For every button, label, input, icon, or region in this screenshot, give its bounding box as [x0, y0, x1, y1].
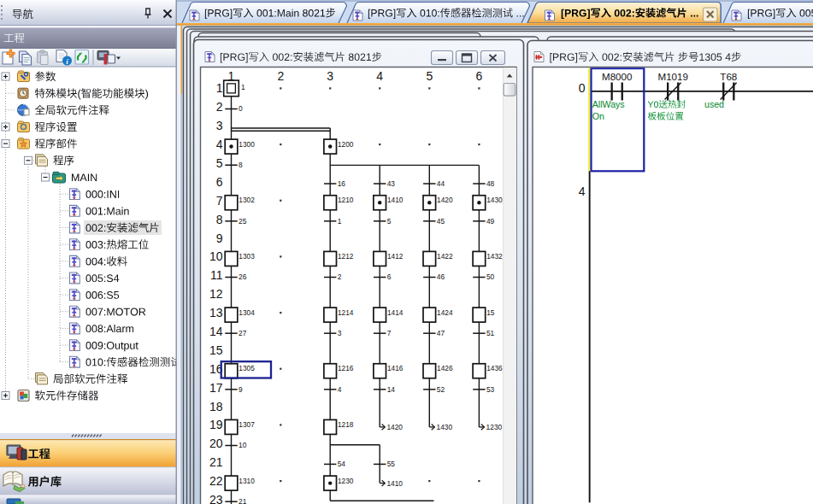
svg-text:AllWays: AllWays	[592, 99, 625, 109]
svg-text:48: 48	[486, 179, 495, 188]
svg-text:4: 4	[216, 138, 223, 151]
svg-text:52: 52	[437, 385, 445, 394]
svg-text:22: 22	[209, 474, 223, 488]
svg-text:44: 44	[437, 179, 445, 188]
svg-text:1430: 1430	[437, 423, 453, 431]
svg-text:21: 21	[239, 497, 247, 504]
svg-text:1230: 1230	[486, 423, 503, 431]
svg-text:1: 1	[338, 217, 342, 226]
svg-text:0: 0	[579, 81, 586, 95]
svg-text:1420: 1420	[437, 196, 453, 204]
svg-text:1307: 1307	[239, 420, 255, 429]
svg-text:5: 5	[387, 217, 392, 226]
svg-text:3: 3	[338, 329, 342, 337]
svg-text:10: 10	[239, 441, 247, 449]
svg-text:27: 27	[239, 329, 247, 337]
svg-text:10: 10	[209, 249, 223, 263]
svg-text:4: 4	[579, 185, 586, 198]
svg-text:50: 50	[486, 273, 495, 281]
svg-text:19: 19	[209, 418, 223, 431]
svg-text:55: 55	[387, 460, 396, 468]
svg-text:1210: 1210	[338, 196, 354, 204]
svg-text:1310: 1310	[239, 477, 255, 485]
svg-text:11: 11	[210, 268, 223, 282]
svg-text:6: 6	[387, 273, 392, 281]
svg-text:1304: 1304	[239, 308, 255, 317]
svg-text:9: 9	[216, 231, 223, 245]
svg-text:4: 4	[376, 69, 383, 83]
svg-text:1432: 1432	[486, 252, 503, 261]
svg-text:1430: 1430	[486, 196, 503, 204]
svg-text:18: 18	[209, 400, 223, 413]
svg-text:7: 7	[216, 194, 223, 208]
svg-text:45: 45	[437, 217, 445, 226]
svg-text:49: 49	[486, 217, 495, 226]
svg-text:1422: 1422	[437, 252, 453, 261]
svg-text:3: 3	[327, 69, 333, 83]
svg-text:54: 54	[338, 460, 346, 468]
svg-text:1414: 1414	[387, 308, 404, 317]
svg-text:8: 8	[239, 161, 243, 169]
svg-text:25: 25	[239, 217, 247, 226]
svg-text:M1019: M1019	[657, 71, 687, 82]
svg-text:1: 1	[216, 81, 223, 95]
svg-text:15: 15	[486, 308, 495, 317]
svg-text:1300: 1300	[239, 140, 255, 149]
svg-text:20: 20	[209, 437, 223, 450]
svg-text:1303: 1303	[239, 252, 255, 261]
svg-text:1305: 1305	[239, 364, 255, 372]
svg-text:6: 6	[216, 175, 223, 189]
svg-text:1420: 1420	[386, 423, 403, 431]
svg-text:8: 8	[216, 213, 223, 226]
svg-text:51: 51	[486, 329, 495, 337]
svg-text:14: 14	[209, 325, 223, 338]
svg-text:7: 7	[387, 329, 392, 337]
svg-text:46: 46	[437, 273, 445, 281]
svg-text:9: 9	[239, 385, 243, 394]
svg-text:1302: 1302	[239, 196, 255, 204]
svg-text:2: 2	[338, 273, 342, 281]
svg-text:T68: T68	[720, 71, 737, 82]
svg-text:26: 26	[239, 273, 247, 281]
svg-text:14: 14	[387, 385, 396, 394]
svg-text:15: 15	[209, 343, 223, 357]
svg-text:1: 1	[241, 83, 245, 91]
svg-text:M8000: M8000	[602, 71, 632, 82]
svg-text:On: On	[592, 111, 604, 121]
svg-text:5: 5	[216, 156, 223, 170]
svg-text:1424: 1424	[437, 308, 453, 317]
svg-text:16: 16	[338, 179, 346, 188]
svg-text:1410: 1410	[386, 479, 403, 488]
svg-text:23: 23	[209, 493, 223, 504]
svg-text:2: 2	[277, 69, 284, 83]
svg-text:1216: 1216	[338, 364, 354, 372]
svg-text:43: 43	[387, 179, 396, 188]
svg-text:2: 2	[216, 100, 223, 114]
svg-text:1218: 1218	[338, 420, 354, 429]
svg-text:1212: 1212	[338, 252, 354, 261]
svg-text:1412: 1412	[387, 252, 404, 261]
svg-text:1200: 1200	[338, 140, 354, 149]
svg-text:1436: 1436	[486, 364, 503, 372]
svg-text:5: 5	[426, 69, 433, 83]
svg-text:0: 0	[239, 104, 243, 113]
svg-text:1426: 1426	[437, 364, 453, 372]
svg-text:47: 47	[437, 329, 445, 337]
svg-text:21: 21	[209, 455, 223, 469]
svg-text:17: 17	[209, 381, 223, 395]
svg-text:6: 6	[476, 69, 483, 83]
svg-text:3: 3	[216, 119, 223, 132]
svg-text:4: 4	[338, 385, 342, 394]
svg-text:13: 13	[209, 306, 223, 319]
svg-text:1214: 1214	[338, 308, 354, 317]
svg-text:53: 53	[486, 385, 495, 394]
svg-text:1230: 1230	[338, 477, 354, 485]
svg-text:used: used	[704, 99, 724, 109]
svg-text:1416: 1416	[387, 364, 404, 372]
svg-text:12: 12	[209, 287, 223, 301]
svg-text:1410: 1410	[387, 196, 404, 204]
